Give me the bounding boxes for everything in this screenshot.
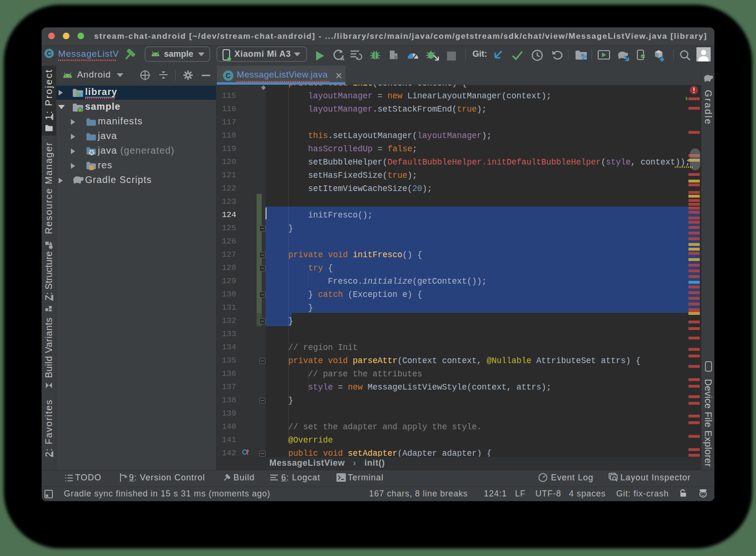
svg-text:C: C — [47, 50, 52, 57]
svg-text:C: C — [226, 71, 231, 79]
svg-text:A: A — [341, 56, 344, 61]
